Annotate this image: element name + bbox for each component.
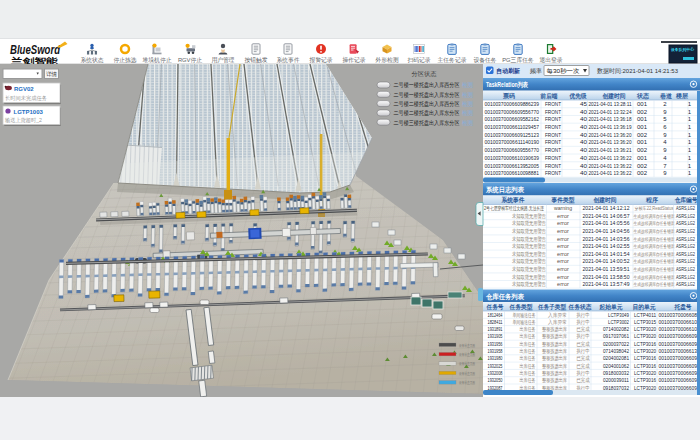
svg-text:0918003032: 0918003032 (603, 370, 630, 376)
svg-text:整板拣选出库: 整板拣选出库 (542, 363, 567, 370)
svg-text:创建时间: 创建时间 (602, 92, 626, 100)
svg-text:40: 40 (580, 155, 588, 161)
svg-text:ASRS,LG2: ASRS,LG2 (676, 243, 695, 249)
svg-text:执行中: 执行中 (577, 348, 590, 355)
svg-text:00100370006609886239: 00100370006609886239 (485, 101, 540, 107)
svg-text:任务状态: 任务状态 (568, 303, 592, 311)
svg-text:error: error (557, 228, 569, 234)
svg-text:未知取货无用警告: 未知取货无用警告 (512, 220, 546, 227)
svg-text:2021-04-01 14:02:55: 2021-04-01 14:02:55 (583, 243, 630, 249)
svg-text:0714038042: 0714038042 (603, 348, 630, 354)
svg-text:整板拣选出库: 整板拣选出库 (542, 326, 567, 333)
svg-text:二号楼一楼托盘出入库西分区: 二号楼一楼托盘出入库西分区 (394, 81, 460, 89)
svg-text:40: 40 (580, 116, 588, 122)
svg-text:LCTP3015: LCTP3015 (634, 319, 657, 325)
svg-text:PG三库任务: PG三库任务 (502, 56, 534, 63)
svg-text:整板拣选出库: 整板拣选出库 (542, 370, 567, 377)
svg-text:45: 45 (580, 101, 588, 107)
svg-text:00100370006610: 00100370006610 (659, 319, 698, 325)
svg-text:1931956: 1931956 (488, 341, 503, 347)
svg-text:用户管理: 用户管理 (211, 56, 234, 64)
svg-text:1932008: 1932008 (488, 370, 503, 376)
svg-text:检测: 检测 (462, 91, 473, 98)
svg-text:1931980: 1931980 (488, 355, 503, 361)
svg-text:FRONT: FRONT (545, 163, 561, 169)
svg-text:事件类型: 事件类型 (551, 196, 575, 204)
svg-text:40: 40 (580, 170, 588, 176)
svg-text:生成连续调库存任务错误: 生成连续调库存任务错误 (634, 251, 675, 258)
svg-text:1932025: 1932025 (488, 363, 503, 369)
svg-text:已完成: 已完成 (577, 355, 590, 362)
svg-text:002: 002 (637, 147, 648, 153)
svg-text:0918037032: 0918037032 (603, 385, 630, 391)
svg-text:2号七层穿梭车经过文娱路,无法长连: 2号七层穿梭车经过文娱路,无法长连 (484, 205, 544, 212)
svg-text:ASRS,LG2: ASRS,LG2 (676, 220, 695, 226)
svg-text:未知取货无用警告: 未知取货无用警告 (512, 243, 546, 250)
svg-text:40: 40 (580, 147, 588, 153)
svg-text:error: error (557, 220, 569, 226)
svg-text:LCTP3016: LCTP3016 (634, 363, 657, 369)
svg-text:RGV02: RGV02 (14, 86, 34, 92)
svg-text:FRONT: FRONT (545, 109, 561, 115)
svg-text:前后端: 前后端 (540, 92, 558, 100)
svg-text:数据时间:2021-04-01 14:21:53: 数据时间:2021-04-01 14:21:53 (597, 67, 679, 75)
svg-text:00100370006610: 00100370006610 (659, 326, 698, 332)
svg-text:入库异常: 入库异常 (548, 312, 567, 318)
svg-text:error: error (557, 213, 569, 219)
svg-text:1828411: 1828411 (488, 319, 503, 325)
svg-text:002: 002 (637, 170, 648, 176)
svg-text:2021-04-01 13:59:51: 2021-04-01 13:59:51 (583, 266, 630, 272)
svg-text:0200039011: 0200039011 (603, 377, 630, 383)
svg-text:停止拣选: 停止拣选 (113, 57, 136, 64)
svg-text:error: error (557, 251, 569, 257)
svg-text:生成连续调库存任务错误: 生成连续调库存任务错误 (634, 236, 675, 243)
svg-text:入库异常: 入库异常 (548, 319, 567, 325)
svg-text:2021-04-01 14:05:56: 2021-04-01 14:05:56 (583, 220, 630, 226)
svg-text:出库任务: 出库任务 (520, 363, 536, 369)
svg-text:出库任务: 出库任务 (520, 326, 536, 332)
svg-text:001: 001 (637, 139, 648, 145)
svg-text:2021-04-01 13:28:11: 2021-04-01 13:28:11 (589, 101, 632, 107)
svg-text:ASRS,LG2: ASRS,LG2 (676, 213, 695, 219)
svg-text:2021-04-01 13:36:18: 2021-04-01 13:36:18 (589, 116, 632, 122)
svg-text:00100370006609: 00100370006609 (659, 385, 698, 391)
svg-text:LGTP1003: LGTP1003 (14, 109, 44, 115)
svg-text:0917037061: 0917037061 (603, 333, 630, 339)
svg-text:未知取货无用警告: 未知取货无用警告 (512, 266, 546, 273)
svg-text:目的单元: 目的单元 (633, 303, 656, 311)
svg-text:任务子类型: 任务子类型 (537, 303, 566, 311)
svg-text:ASRS,LG2: ASRS,LG2 (676, 228, 695, 234)
svg-text:00100370006609: 00100370006609 (659, 341, 698, 347)
svg-text:整板拣选出库: 整板拣选出库 (542, 377, 567, 384)
svg-text:单间输送任务: 单间输送任务 (513, 312, 536, 319)
svg-text:00100370006611029457: 00100370006611029457 (485, 124, 540, 130)
svg-text:详情: 详情 (46, 71, 58, 78)
svg-text:2021-04-01 13:58:50: 2021-04-01 13:58:50 (583, 274, 630, 280)
svg-text:FRONT: FRONT (545, 132, 561, 138)
svg-text:执行中: 执行中 (577, 370, 590, 377)
svg-text:2021-04-01 13:36:22: 2021-04-01 13:36:22 (589, 155, 632, 161)
svg-text:40: 40 (580, 109, 588, 115)
svg-text:ASRS,LG2: ASRS,LG2 (676, 251, 695, 257)
svg-text:优先级: 优先级 (569, 92, 588, 100)
svg-text:出库任务: 出库任务 (520, 348, 536, 354)
svg-text:2021-04-01 13:36:20: 2021-04-01 13:36:20 (589, 139, 632, 145)
svg-text:TaskRelation列表: TaskRelation列表 (486, 81, 528, 89)
svg-text:00100370006609556770: 00100370006609556770 (485, 109, 540, 115)
svg-text:RGV停止: RGV停止 (178, 57, 202, 64)
svg-text:程序: 程序 (645, 196, 658, 204)
svg-text:整板拣选出库: 整板拣选出库 (542, 333, 567, 340)
svg-text:0200037022: 0200037022 (603, 341, 630, 347)
svg-text:00100370006610190639: 00100370006610190639 (485, 155, 540, 161)
svg-text:0204002081: 0204002081 (603, 355, 630, 361)
svg-text:长时间未完成任务: 长时间未完成任务 (5, 95, 47, 102)
svg-text:ASRS,LG2: ASRS,LG2 (676, 258, 695, 264)
svg-text:FRONT: FRONT (545, 116, 561, 122)
svg-text:任务号: 任务号 (486, 303, 504, 311)
svg-text:2021-04-01 14:03:56: 2021-04-01 14:03:56 (583, 236, 630, 242)
svg-text:扫码记录: 扫码记录 (406, 56, 430, 63)
svg-text:仓库任务列表: 仓库任务列表 (485, 293, 524, 301)
svg-text:2021-04-01 14:00:52: 2021-04-01 14:00:52 (583, 258, 630, 264)
svg-text:二号楼一楼托盘出入库东分区: 二号楼一楼托盘出入库东分区 (394, 91, 460, 98)
svg-text:00100370006609582162: 00100370006609582162 (485, 116, 540, 122)
